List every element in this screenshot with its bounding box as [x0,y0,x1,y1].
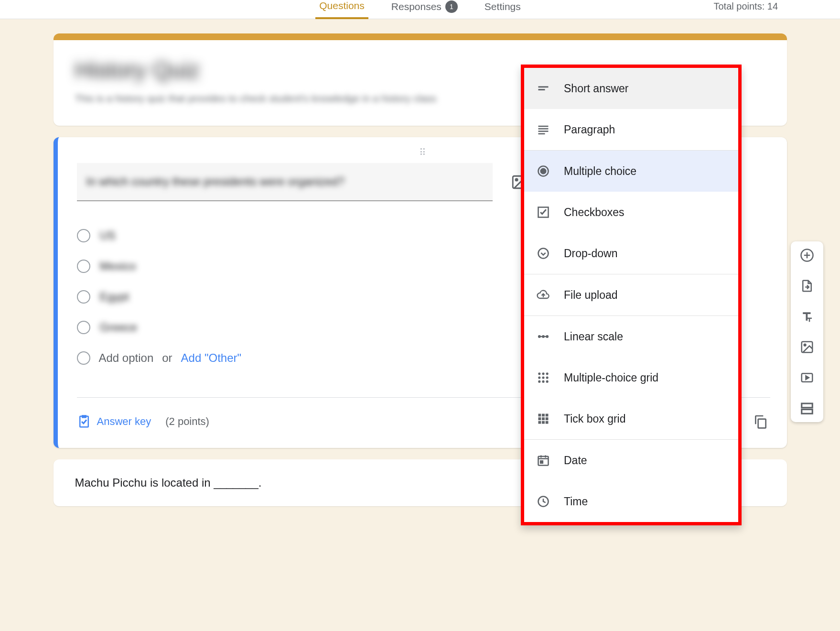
type-option-file-upload[interactable]: File upload [524,274,738,316]
linear-scale-icon [536,329,550,344]
dropdown-icon [536,246,550,261]
svg-rect-7 [538,128,549,130]
svg-point-18 [546,335,549,338]
add-title-icon[interactable] [799,308,815,325]
clock-icon [536,494,550,509]
radio-icon [77,290,90,304]
type-option-linear-scale[interactable]: Linear scale [524,316,738,357]
svg-point-25 [538,381,540,383]
calendar-icon [536,453,550,468]
type-option-paragraph[interactable]: Paragraph [524,109,738,150]
cloud-upload-icon [536,288,550,302]
radio-icon [77,321,90,334]
add-other-button[interactable]: Add "Other" [181,351,241,365]
option-text[interactable]: Egypt [100,290,129,304]
radio-icon [77,351,90,365]
svg-rect-35 [542,421,545,424]
svg-point-22 [538,376,540,379]
type-option-checkboxes[interactable]: Checkboxes [524,192,738,233]
svg-rect-34 [538,421,541,424]
type-option-mc-grid[interactable]: Multiple-choice grid [524,357,738,398]
top-nav-bar: Questions Responses 1 Settings Total poi… [0,0,840,19]
svg-rect-8 [538,131,549,132]
tab-settings[interactable]: Settings [481,1,525,18]
svg-rect-3 [758,419,765,428]
type-option-short-answer[interactable]: Short answer [524,68,738,109]
checkbox-icon [536,205,550,219]
svg-point-19 [538,372,540,375]
duplicate-icon[interactable] [751,412,770,431]
svg-point-24 [546,376,549,379]
svg-point-13 [538,249,549,259]
svg-rect-4 [538,86,549,87]
dot-grid-icon [536,370,550,385]
svg-rect-30 [546,414,549,417]
svg-point-27 [546,381,549,383]
import-questions-icon[interactable] [799,278,815,294]
radio-icon [77,229,90,242]
option-text[interactable]: Mexico [100,260,136,273]
responses-count-badge: 1 [445,0,458,13]
answer-key-button[interactable]: Answer key [77,414,151,429]
svg-rect-29 [542,414,545,417]
svg-rect-36 [546,421,549,424]
svg-point-26 [542,381,544,383]
add-option-button[interactable]: Add option [99,351,154,365]
svg-point-1 [515,179,517,181]
svg-rect-9 [538,133,545,135]
tab-questions[interactable]: Questions [315,0,368,19]
type-option-time[interactable]: Time [524,481,738,522]
svg-rect-6 [538,126,549,127]
clipboard-check-icon [77,414,91,429]
svg-rect-44 [802,403,813,408]
svg-point-20 [542,372,544,375]
square-grid-icon [536,412,550,426]
svg-rect-32 [542,417,545,420]
type-option-date[interactable]: Date [524,440,738,481]
total-points-label: Total points: 14 [713,1,778,12]
svg-point-21 [546,372,549,375]
question-text-input[interactable]: In which country these presidents were o… [77,163,493,201]
question-type-dropdown: Short answer Paragraph Multiple choice C… [521,65,742,525]
radio-icon [77,260,90,273]
svg-rect-31 [538,417,541,420]
svg-rect-28 [538,414,541,417]
svg-point-23 [542,376,544,379]
tab-responses-label: Responses [391,1,442,12]
svg-rect-45 [802,410,813,414]
svg-rect-5 [538,89,545,90]
add-section-icon[interactable] [799,400,815,416]
svg-point-11 [541,169,546,174]
points-label: (2 points) [165,415,209,428]
svg-point-42 [804,344,806,346]
type-option-dropdown[interactable]: Drop-down [524,233,738,274]
svg-rect-33 [546,417,549,420]
paragraph-icon [536,122,550,137]
side-toolbar [791,241,823,422]
option-text[interactable]: Greece [100,321,138,334]
svg-rect-38 [540,461,543,463]
tab-responses[interactable]: Responses 1 [388,0,462,19]
radio-button-icon [536,164,550,178]
add-video-icon[interactable] [799,370,815,386]
option-text[interactable]: US [100,229,116,242]
type-option-tickbox-grid[interactable]: Tick box grid [524,398,738,439]
short-answer-icon [536,81,550,96]
type-option-multiple-choice[interactable]: Multiple choice [524,151,738,192]
add-question-icon[interactable] [799,247,815,263]
add-image-icon-toolbar[interactable] [799,339,815,355]
or-label: or [162,351,172,365]
